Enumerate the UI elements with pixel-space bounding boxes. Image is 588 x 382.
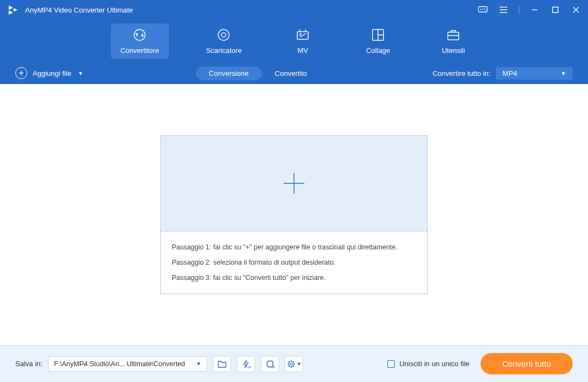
svg-point-15 — [300, 33, 302, 34]
settings-button[interactable]: ▼ — [285, 356, 303, 372]
mv-icon — [296, 28, 310, 42]
nav-downloader[interactable]: Scaricatore — [196, 23, 252, 59]
folder-icon — [217, 360, 227, 368]
save-to-label: Salva in: — [15, 360, 43, 368]
nav-label: MV — [298, 46, 309, 55]
plus-icon — [280, 170, 308, 197]
instruction-step-3: Passaggio 3: fai clic su "Converti tutto… — [172, 274, 416, 282]
format-selected-value: MP4 — [502, 69, 517, 77]
lightning-icon: OFF — [241, 359, 251, 369]
maximize-button[interactable] — [550, 4, 561, 15]
app-title: AnyMP4 Video Converter Ultimate — [25, 6, 133, 14]
collage-icon — [371, 28, 385, 42]
footer: Salva in: F:\AnyMP4 Studio\An... Ultimat… — [0, 345, 588, 382]
save-path-value: F:\AnyMP4 Studio\An... Ultimate\Converte… — [54, 360, 185, 368]
hardware-accel-button[interactable]: OFF — [237, 356, 255, 372]
dropzone-instructions: Passaggio 1: fai clic su "+" per aggiung… — [161, 231, 427, 294]
merge-label: Unisciti in un unico file — [399, 360, 470, 368]
titlebar: AnyMP4 Video Converter Ultimate — [0, 0, 588, 20]
menu-icon[interactable] — [498, 4, 509, 15]
svg-point-1 — [480, 9, 481, 10]
conversion-tabs: Conversione Convertito — [196, 67, 320, 80]
tab-conversion[interactable]: Conversione — [196, 67, 262, 80]
output-format-dropdown[interactable]: MP4 ▼ — [496, 67, 573, 80]
tab-converted[interactable]: Convertito — [262, 67, 320, 80]
svg-point-13 — [221, 33, 226, 37]
merge-checkbox[interactable]: Unisciti in un unico file — [387, 360, 470, 368]
feedback-icon[interactable] — [477, 4, 488, 15]
svg-rect-8 — [553, 7, 558, 13]
chevron-down-icon: ▼ — [78, 70, 83, 76]
svg-text:OFF: OFF — [271, 366, 275, 369]
gear-icon — [287, 360, 296, 368]
nav-collage[interactable]: Collage — [354, 23, 402, 59]
save-path-dropdown[interactable]: F:\AnyMP4 Studio\An... Ultimate\Converte… — [48, 356, 207, 372]
svg-point-2 — [482, 9, 483, 10]
converter-icon — [133, 28, 147, 42]
svg-point-3 — [484, 9, 485, 10]
convert-all-button[interactable]: Converti tutto — [481, 353, 573, 374]
instruction-step-1: Passaggio 1: fai clic su "+" per aggiung… — [172, 243, 416, 251]
module-navbar: Convertitore Scaricatore MV Collage Uten… — [0, 20, 588, 62]
add-file-label: Aggiungi file — [33, 69, 71, 77]
svg-point-12 — [218, 29, 229, 40]
svg-text:OFF: OFF — [247, 366, 251, 369]
chevron-down-icon: ▼ — [196, 361, 201, 367]
chevron-down-icon: ▼ — [297, 361, 302, 367]
nav-converter[interactable]: Convertitore — [111, 23, 169, 59]
nav-toolbox[interactable]: Utensili — [429, 23, 477, 59]
nav-mv[interactable]: MV — [279, 23, 327, 59]
add-file-button[interactable]: + Aggiungi file ▼ — [15, 67, 83, 79]
instruction-step-2: Passaggio 2: seleziona il formato di out… — [172, 259, 416, 266]
gpu-accel-button[interactable]: OFF — [261, 356, 279, 372]
downloader-icon — [217, 28, 231, 42]
dropzone-add-area[interactable] — [161, 136, 427, 231]
open-folder-button[interactable] — [213, 356, 231, 372]
nav-label: Utensili — [442, 46, 465, 55]
close-button[interactable] — [571, 4, 581, 15]
main-area: Passaggio 1: fai clic su "+" per aggiung… — [0, 84, 588, 345]
svg-rect-19 — [448, 32, 459, 40]
nav-label: Collage — [366, 46, 390, 55]
svg-point-35 — [290, 363, 292, 365]
svg-point-11 — [134, 29, 145, 40]
nav-label: Convertitore — [121, 46, 159, 55]
toolbar: + Aggiungi file ▼ Conversione Convertito… — [0, 62, 588, 84]
dropzone: Passaggio 1: fai clic su "+" per aggiung… — [160, 135, 428, 294]
plus-circle-icon: + — [15, 67, 27, 79]
toolbox-icon — [446, 28, 460, 42]
app-logo-icon — [7, 3, 20, 16]
convert-all-label: Convertire tutto in: — [433, 69, 490, 77]
chevron-down-icon: ▼ — [561, 70, 566, 76]
minimize-button[interactable] — [529, 4, 540, 15]
nav-label: Scaricatore — [206, 46, 242, 55]
checkbox-icon — [387, 360, 395, 368]
chip-icon: OFF — [265, 359, 275, 369]
